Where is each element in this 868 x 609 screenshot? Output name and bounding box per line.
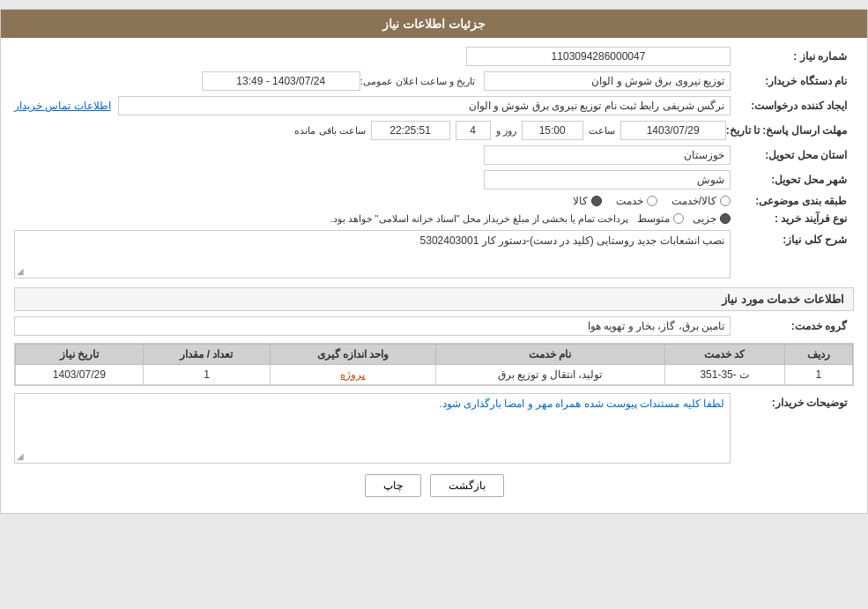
grohe-khedmat-row: گروه خدمت: تامین برق، گاز، بخار و تهویه … — [14, 316, 854, 336]
noefrayand-desc: پرداخت تمام یا بخشی از مبلغ خریداز محل "… — [330, 213, 628, 225]
radio-kala: کالا — [573, 195, 602, 207]
radio-label-jozi: جزیی — [693, 212, 716, 225]
cell-kod-khedmat: ت -35-351 — [664, 365, 784, 385]
tarikh-label: تاریخ و ساعت اعلان عمومی: — [360, 76, 475, 87]
nam-dastgah-value: توزیع نیروی برق شوش و الوان — [484, 71, 731, 91]
radio-circle-kala — [591, 196, 602, 206]
tabaghebandi-options: کالا/خدمت خدمت کالا — [14, 195, 731, 207]
sharhcoli-row: شرح کلی نیاز: نصب انشعابات جدید روستایی … — [14, 230, 854, 279]
page-header: جزئیات اطلاعات نیاز — [1, 10, 867, 38]
mohlat-row: مهلت ارسال پاسخ: تا تاریخ: 1403/07/29 سا… — [14, 121, 854, 140]
radio-circle-kala-khedmat — [720, 196, 731, 206]
mohlat-date: 1403/07/29 — [620, 121, 726, 140]
page-title: جزئیات اطلاعات نیاز — [382, 17, 486, 31]
noefrayand-label: نوع فرآیند خرید : — [731, 212, 854, 225]
col-nam-khedmat: نام خدمت — [435, 345, 664, 365]
col-vahed: واحد اندازه گیری — [271, 345, 435, 365]
radio-khedmat: خدمت — [616, 195, 657, 207]
radio-circle-jozi — [720, 213, 731, 224]
resize-handle-tawzih: ◢ — [17, 451, 24, 461]
radio-motavasset: متوسط — [637, 212, 684, 225]
cell-tarikh-niaz: 1403/07/29 — [16, 365, 144, 385]
sharhcoli-box: نصب انشعابات جدید روستایی (کلید در دست)-… — [14, 230, 731, 279]
ijad-label: ایجاد کننده درخواست: — [731, 100, 854, 112]
col-kod-khedmat: کد خدمت — [664, 345, 784, 365]
buttons-row: بازگشت چاپ — [14, 474, 854, 497]
radio-kala-khedmat: کالا/خدمت — [671, 195, 731, 207]
services-table-container: ردیف کد خدمت نام خدمت واحد اندازه گیری ت… — [14, 343, 854, 386]
mohlat-saat-mande-label: ساعت باقی مانده — [289, 125, 370, 137]
table-row: 1 ت -35-351 تولید، انتقال و توزیع برق پر… — [16, 365, 853, 385]
radio-jozi: جزیی — [693, 212, 731, 225]
tarikh-value: 1403/07/24 - 13:49 — [202, 71, 360, 91]
sharhcoli-label: شرح کلی نیاز: — [731, 230, 854, 246]
nam-dastgah-tarikh-row: نام دستگاه خریدار: توزیع نیروی برق شوش و… — [14, 71, 854, 91]
mohlat-roz: 4 — [456, 121, 491, 140]
mohlat-roz-label: روز و — [491, 125, 522, 137]
shahr-value: شوش — [484, 170, 731, 189]
radio-label-khedmat: خدمت — [616, 195, 643, 207]
back-button[interactable]: بازگشت — [430, 474, 504, 497]
tawzih-box: لطفا کلیه مستندات پیوست شده همراه مهر و … — [14, 393, 731, 464]
cell-radif: 1 — [784, 365, 852, 385]
cell-tedad: 1 — [143, 365, 271, 385]
ostan-row: استان محل تحویل: خوزستان — [14, 145, 854, 165]
col-tarikh-niaz: تاریخ نیاز — [16, 345, 144, 365]
tawzih-label: توضیحات خریدار: — [731, 393, 854, 409]
shomara-niaz-value: 1103094286000047 — [466, 47, 731, 66]
khadamat-section-title: اطلاعات خدمات مورد نیاز — [14, 287, 854, 311]
sharhcoli-value: نصب انشعابات جدید روستایی (کلید در دست)-… — [420, 234, 724, 247]
tabaghebandi-row: طبقه بندی موضوعی: کالا/خدمت خدمت کالا — [14, 195, 854, 207]
cell-vahed: پروژه — [271, 365, 435, 385]
noefrayand-row: نوع فرآیند خرید : جزیی متوسط پرداخت تمام… — [14, 212, 854, 225]
tabaghebandi-label: طبقه بندی موضوعی: — [731, 195, 854, 207]
table-header-row: ردیف کد خدمت نام خدمت واحد اندازه گیری ت… — [16, 345, 853, 365]
nam-dastgah-label: نام دستگاه خریدار: — [731, 75, 854, 87]
radio-label-kala: کالا — [573, 195, 588, 207]
mohlat-saat-mande: 22:25:51 — [371, 121, 450, 140]
resize-handle-sharhcoli: ◢ — [17, 266, 24, 276]
col-tedad: تعداد / مقدار — [143, 345, 271, 365]
shomara-niaz-row: شماره نیاز : 1103094286000047 — [14, 47, 854, 66]
ijad-value: نرگس شریفی رابط ثبت نام توزیع نیروی برق … — [118, 96, 731, 115]
grohe-khedmat-label: گروه خدمت: — [731, 320, 854, 332]
main-container: جزئیات اطلاعات نیاز شماره نیاز : 1103094… — [0, 9, 868, 514]
tawzih-row: توضیحات خریدار: لطفا کلیه مستندات پیوست … — [14, 393, 854, 464]
col-radif: ردیف — [784, 345, 852, 365]
ostan-label: استان محل تحویل: — [731, 149, 854, 161]
cell-nam-khedmat: تولید، انتقال و توزیع برق — [435, 365, 664, 385]
radio-label-kala-khedmat: کالا/خدمت — [671, 195, 716, 207]
contact-link[interactable]: اطلاعات تماس خریدار — [14, 100, 111, 112]
tawzih-value: لطفا کلیه مستندات پیوست شده همراه مهر و … — [439, 397, 724, 410]
mohlat-label: مهلت ارسال پاسخ: تا تاریخ: — [726, 124, 854, 137]
grohe-khedmat-value: تامین برق، گاز، بخار و تهویه هوا — [14, 316, 731, 336]
ostan-value: خوزستان — [484, 145, 731, 165]
shahr-label: شهر محل تحویل: — [731, 174, 854, 186]
shomara-niaz-label: شماره نیاز : — [731, 50, 854, 63]
ijad-row: ایجاد کننده درخواست: نرگس شریفی رابط ثبت… — [14, 96, 854, 115]
mohlat-saat: 15:00 — [522, 121, 583, 140]
services-table: ردیف کد خدمت نام خدمت واحد اندازه گیری ت… — [15, 344, 853, 385]
radio-label-motavasset: متوسط — [637, 212, 670, 225]
noefrayand-options: جزیی متوسط پرداخت تمام یا بخشی از مبلغ خ… — [14, 212, 731, 225]
print-button[interactable]: چاپ — [365, 474, 421, 497]
radio-circle-khedmat — [647, 196, 657, 206]
shahr-row: شهر محل تحویل: شوش — [14, 170, 854, 189]
radio-circle-motavasset — [673, 213, 684, 224]
mohlat-saat-label: ساعت — [583, 125, 620, 137]
form-content: شماره نیاز : 1103094286000047 نام دستگاه… — [1, 38, 867, 513]
